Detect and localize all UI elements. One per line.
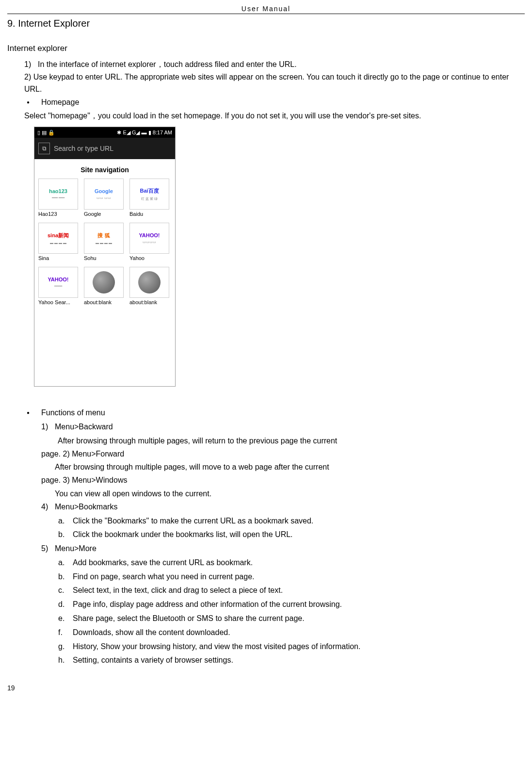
step-1-number: 1) [24,58,38,71]
site-tile[interactable]: YAHOO!━━━━Yahoo Sear... [38,267,79,309]
site-tile[interactable]: hao123━━━ ━━━Hao123 [38,179,79,221]
list-item: a.Add bookmarks, save the current URL as… [58,556,525,570]
list-item-text: Downloads, show all the content download… [73,626,230,640]
menu-2-desc-line-b: page. 3) Menu>Windows [41,473,525,487]
tile-label: Google [84,211,101,217]
page-number: 19 [7,684,525,692]
menu-1-text: Menu>Backward [55,420,113,434]
list-item: h.Setting, containts a variety of browse… [58,653,525,668]
bullet-functions-text: Functions of menu [41,406,105,420]
subtitle: Internet explorer [7,44,525,53]
tile-thumbnail: hao123━━━ ━━━ [38,179,78,210]
list-item: a.Click the "Bookmarks" to make the curr… [58,514,525,528]
list-item-letter: a. [58,514,73,528]
bullet-icon: ● [27,408,41,417]
list-item-text: Click the bookmark under the bookmarks l… [73,528,293,542]
tile-label: about:blank [84,299,112,305]
url-bar[interactable]: ⧉ Search or type URL [34,138,175,159]
menu-1-desc-line-a: After browsing through multiple pages, w… [41,434,525,447]
menu-4-text: Menu>Bookmarks [55,500,117,514]
list-item-text: Select text, in the text, click and drag… [73,584,283,598]
list-item-letter: b. [58,528,73,542]
list-item: g.History, Show your browsing history, a… [58,640,525,654]
menu-1-number: 1) [41,420,55,434]
list-item-letter: e. [58,612,73,626]
list-item: f.Downloads, show all the content downlo… [58,626,525,640]
menu-3-desc-line: You can view all open windows to the cur… [41,487,525,500]
tile-thumbnail [84,267,124,298]
tile-thumbnail: YAHOO!▭▭▭▭ [129,223,169,254]
tile-thumbnail: Bai百度红 蓝 紫 绿 [129,179,169,210]
globe-icon [93,271,115,293]
list-item: c.Select text, in the text, click and dr… [58,584,525,598]
menu-4-number: 4) [41,500,55,514]
list-item-letter: a. [58,556,73,570]
tile-thumbnail: YAHOO!━━━━ [38,267,78,298]
site-tile[interactable]: 搜 狐▬ ▬ ▬ ▬Sohu [84,223,125,265]
tile-label: Sina [38,255,49,261]
menu-1-description: After browsing through multiple pages, w… [41,434,525,460]
step-1: 1)In the interface of internet explorer，… [24,58,525,71]
list-item: e.Share page, select the Bluetooth or SM… [58,612,525,626]
menu-list: 1) Menu>Backward [41,420,525,434]
list-item-text: History, Show your browsing history, and… [73,640,360,654]
step-1-text: In the interface of internet explorer，to… [38,60,297,68]
site-tile[interactable]: sina新闻▬ ▬ ▬ ▬Sina [38,223,79,265]
menu-item-1: 1) Menu>Backward [41,420,525,434]
list-item-letter: d. [58,598,73,612]
menu-5-text: Menu>More [55,542,97,556]
bullet-icon: ● [27,98,41,107]
bullet-homepage: ● Homepage [27,96,525,110]
tile-thumbnail: sina新闻▬ ▬ ▬ ▬ [38,223,78,254]
site-navigation-title: Site navigation [34,166,175,174]
menu-item-5: 5) Menu>More [41,542,525,556]
list-item-text: Page info, display page address and othe… [73,598,342,612]
list-item-letter: h. [58,653,73,668]
menu-item-4: 4) Menu>Bookmarks [41,500,525,514]
list-item: b.Find on page, search what you need in … [58,570,525,584]
url-placeholder: Search or type URL [54,145,113,152]
menu-4-sublist: a.Click the "Bookmarks" to make the curr… [58,514,525,542]
tile-label: Sohu [84,255,97,261]
status-bar: ▯ ▤ 🔒 ✱ E◢ G◢ ▬ ▮ 8:17 AM [34,127,175,138]
menu-3-description: You can view all open windows to the cur… [41,487,525,500]
site-tile[interactable]: Google▭▭ ▭▭Google [84,179,125,221]
tile-thumbnail [129,267,169,298]
list-item-text: Click the "Bookmarks" to make the curren… [73,514,313,528]
tile-label: Yahoo Sear... [38,299,70,305]
menu-2-desc-line-a: After browsing through multiple pages, w… [41,460,525,473]
list-item-letter: f. [58,626,73,640]
homepage-description: Select "homepage"，you could load in the … [24,110,525,122]
list-item-text: Add bookmarks, save the current URL as b… [73,556,253,570]
tile-grid: hao123━━━ ━━━Hao123Google▭▭ ▭▭GoogleBai百… [34,179,175,309]
site-tile[interactable]: YAHOO!▭▭▭▭Yahoo [129,223,170,265]
list-item-letter: c. [58,584,73,598]
tile-label: Baidu [129,211,143,217]
site-tile[interactable]: about:blank [129,267,170,309]
refresh-icon[interactable]: ⧉ [38,143,50,154]
site-tile[interactable]: Bai百度红 蓝 紫 绿Baidu [129,179,170,221]
list-item-text: Setting, containts a variety of browser … [73,653,233,668]
list-item: d.Page info, display page address and ot… [58,598,525,612]
tile-label: Yahoo [129,255,145,261]
menu-5-sublist: a.Add bookmarks, save the current URL as… [58,556,525,668]
page-header: User Manual [7,5,525,14]
section-title: 9. Internet Explorer [7,18,525,29]
tile-thumbnail: Google▭▭ ▭▭ [84,179,124,210]
bullet-homepage-text: Homepage [41,96,79,110]
status-left-icons: ▯ ▤ 🔒 [37,130,55,136]
site-tile[interactable]: about:blank [84,267,125,309]
menu-2-description: After browsing through multiple pages, w… [41,460,525,487]
list-item-text: Find on page, search what you need in cu… [73,570,254,584]
list-item-text: Share page, select the Bluetooth or SMS … [73,612,305,626]
tile-label: Hao123 [38,211,57,217]
list-item-letter: b. [58,570,73,584]
menu-5-number: 5) [41,542,55,556]
bullet-functions: ● Functions of menu [27,406,525,420]
step-2: 2) Use keypad to enter URL. The appropri… [24,71,525,96]
status-right: ✱ E◢ G◢ ▬ ▮ 8:17 AM [117,130,172,136]
tile-thumbnail: 搜 狐▬ ▬ ▬ ▬ [84,223,124,254]
menu-1-desc-line-b: page. 2) Menu>Forward [41,447,525,460]
globe-icon [138,271,161,293]
list-item: b.Click the bookmark under the bookmarks… [58,528,525,542]
